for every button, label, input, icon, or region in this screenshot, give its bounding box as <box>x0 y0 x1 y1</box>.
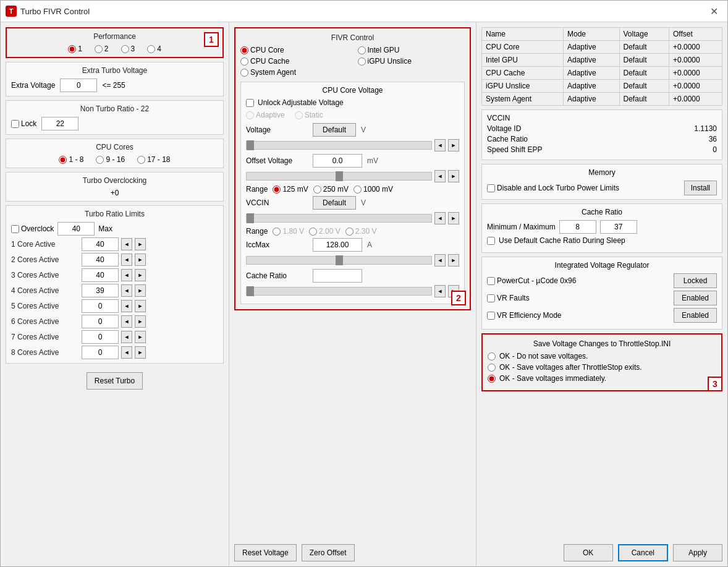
unlock-checkbox[interactable] <box>246 99 254 107</box>
core-3-decrement[interactable]: ◄ <box>121 269 132 281</box>
adaptive-option[interactable]: Adaptive <box>246 111 285 119</box>
core-6-input[interactable] <box>82 315 119 328</box>
offset-input[interactable] <box>313 154 362 168</box>
vccin-default-btn[interactable]: Default <box>313 196 356 210</box>
vccin-range-180[interactable]: 1.80 V <box>273 227 304 236</box>
core-8-decrement[interactable]: ◄ <box>121 346 132 359</box>
voltage-dec[interactable]: ◄ <box>434 139 446 151</box>
static-option[interactable]: Static <box>295 111 323 119</box>
vccin-inc[interactable]: ► <box>448 212 459 224</box>
disable-lock-checkbox[interactable] <box>487 184 495 192</box>
non-turbo-input[interactable] <box>41 117 78 130</box>
core-1-decrement[interactable]: ◄ <box>121 238 132 250</box>
cores-1-8[interactable]: 1 - 8 <box>59 155 83 164</box>
core-5-decrement[interactable]: ◄ <box>121 300 132 312</box>
offset-inc[interactable]: ► <box>448 170 459 182</box>
core-4-input[interactable] <box>82 284 119 297</box>
save-option-1[interactable]: OK - Do not save voltages. <box>488 352 716 360</box>
vr-efficiency-checkbox[interactable] <box>487 312 495 320</box>
fivr-cpu-cache[interactable]: CPU Cache <box>240 57 348 66</box>
speed-shift-kv: Speed Shift EPP 0 <box>487 145 717 154</box>
core-1-input[interactable] <box>82 237 119 251</box>
action-buttons: OK Cancel Apply <box>481 540 722 561</box>
cache-ratio-slider[interactable] <box>246 287 432 296</box>
core-2-increment[interactable]: ► <box>135 254 146 266</box>
range-125[interactable]: 125 mV <box>273 185 308 194</box>
iccmax-input[interactable] <box>313 238 362 252</box>
perf-option-3[interactable]: 3 <box>121 45 135 53</box>
vr-faults-checkbox[interactable] <box>487 294 495 302</box>
core-7-input[interactable] <box>82 330 119 344</box>
perf-option-4[interactable]: 4 <box>147 45 161 53</box>
core-7-increment[interactable]: ► <box>135 331 146 343</box>
core-5-increment[interactable]: ► <box>135 300 146 312</box>
range-1000[interactable]: 1000 mV <box>353 185 393 194</box>
overclock-checkbox[interactable] <box>11 225 19 233</box>
core-5-input[interactable] <box>82 299 119 313</box>
core-6-increment[interactable]: ► <box>135 315 146 328</box>
use-default-cache-checkbox[interactable] <box>487 237 495 245</box>
save-option-2[interactable]: OK - Save voltages after ThrottleStop ex… <box>488 363 716 372</box>
vccin-range-200[interactable]: 2.00 V <box>309 227 341 236</box>
install-button[interactable]: Install <box>684 181 717 195</box>
extra-voltage-input[interactable] <box>60 79 97 92</box>
ok-button[interactable]: OK <box>564 544 613 561</box>
core-7-decrement[interactable]: ◄ <box>121 331 132 343</box>
vr-faults-button[interactable]: Enabled <box>674 291 717 305</box>
zero-offset-button[interactable]: Zero Offset <box>302 544 355 561</box>
voltage-default-btn[interactable]: Default <box>313 123 356 137</box>
perf-option-2[interactable]: 2 <box>95 45 109 53</box>
offset-dec[interactable]: ◄ <box>434 170 446 182</box>
overclock-value-input[interactable] <box>57 222 95 236</box>
core-8-increment[interactable]: ► <box>135 346 146 359</box>
core-2-input[interactable] <box>82 253 119 266</box>
disable-lock-label[interactable]: Disable and Lock Turbo Power Limits <box>487 184 619 192</box>
reset-voltage-button[interactable]: Reset Voltage <box>234 544 297 561</box>
cache-ratio-dec[interactable]: ◄ <box>434 285 446 297</box>
overclock-checkbox-label[interactable]: Overclock <box>11 224 54 233</box>
cache-ratio-mid-input[interactable] <box>313 269 362 283</box>
lock-checkbox[interactable] <box>11 120 19 128</box>
core-6-decrement[interactable]: ◄ <box>121 315 132 328</box>
core-2-decrement[interactable]: ◄ <box>121 254 132 266</box>
core-4-decrement[interactable]: ◄ <box>121 284 132 297</box>
save-option-3[interactable]: OK - Save voltages immediately. <box>488 374 716 383</box>
cancel-button[interactable]: Cancel <box>618 544 668 561</box>
cache-ratio-kv: Cache Ratio 36 <box>487 135 717 143</box>
perf-option-1[interactable]: 1 <box>68 45 82 53</box>
fivr-igpu-unslice[interactable]: iGPU Unslice <box>358 57 465 66</box>
cores-9-16[interactable]: 9 - 16 <box>96 155 125 164</box>
range-250[interactable]: 250 mV <box>313 185 349 194</box>
cores-17-18[interactable]: 17 - 18 <box>137 155 170 164</box>
vccin-range-230[interactable]: 2.30 V <box>345 227 377 236</box>
reset-turbo-button[interactable]: Reset Turbo <box>87 372 143 390</box>
core-4-increment[interactable]: ► <box>135 284 146 297</box>
offset-slider[interactable] <box>246 172 432 181</box>
voltage-slider[interactable] <box>246 141 432 150</box>
voltage-inc[interactable]: ► <box>448 139 459 151</box>
powercut-checkbox-label[interactable]: PowerCut - µCode 0x96 <box>487 276 576 285</box>
fivr-intel-gpu[interactable]: Intel GPU <box>358 46 465 54</box>
iccmax-inc[interactable]: ► <box>448 254 459 266</box>
core-1-increment[interactable]: ► <box>135 238 146 250</box>
core-8-input[interactable] <box>82 346 119 359</box>
powercut-checkbox[interactable] <box>487 277 495 285</box>
save-option-3-label: OK - Save voltages immediately. <box>499 374 606 383</box>
iccmax-dec[interactable]: ◄ <box>434 254 446 266</box>
vr-efficiency-button[interactable]: Enabled <box>674 308 717 323</box>
fivr-cpu-core[interactable]: CPU Core <box>240 46 348 54</box>
core-3-increment[interactable]: ► <box>135 269 146 281</box>
close-button[interactable]: ✕ <box>705 4 722 18</box>
cache-max-input[interactable] <box>600 220 637 234</box>
powercut-button[interactable]: Locked <box>674 273 717 288</box>
vr-faults-checkbox-label[interactable]: VR Faults <box>487 294 530 302</box>
cache-min-input[interactable] <box>559 220 596 234</box>
apply-button[interactable]: Apply <box>673 544 722 561</box>
fivr-system-agent[interactable]: System Agent <box>240 68 348 77</box>
vccin-dec[interactable]: ◄ <box>434 212 446 224</box>
vccin-slider[interactable] <box>246 214 432 223</box>
iccmax-slider[interactable] <box>246 256 432 265</box>
lock-checkbox-label[interactable]: Lock <box>11 119 36 128</box>
core-3-input[interactable] <box>82 268 119 282</box>
vr-efficiency-checkbox-label[interactable]: VR Efficiency Mode <box>487 311 562 320</box>
